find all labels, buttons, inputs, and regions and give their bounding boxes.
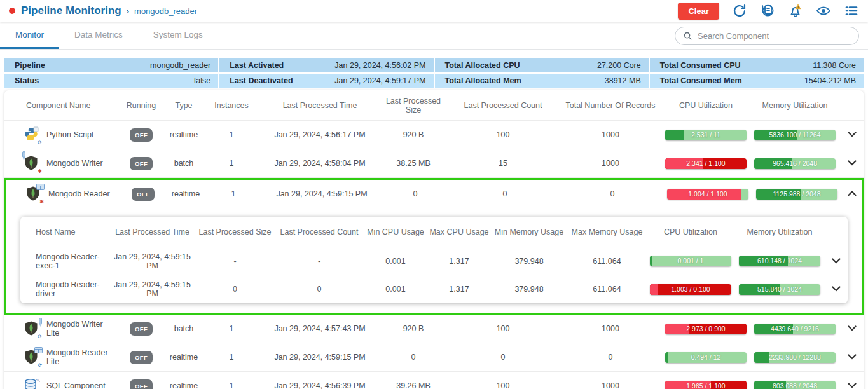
- type-cell: batch: [165, 159, 203, 168]
- mongodb-reader-lite-icon: ⟳: [24, 349, 40, 365]
- last-processed-size-cell: 0: [382, 189, 449, 198]
- collapse-chevron-up-icon[interactable]: [848, 191, 857, 196]
- cpu-utilization-bar: 2.531 / 11: [665, 130, 747, 140]
- component-name: Python Script: [46, 130, 93, 139]
- running-badge: OFF: [132, 188, 155, 201]
- col-running: Running: [118, 101, 165, 110]
- search-icon: [683, 31, 692, 41]
- expand-chevron-down-icon[interactable]: [832, 286, 841, 292]
- refresh-icon[interactable]: [732, 3, 747, 18]
- last-processed-time-cell: Jan 29, 2024, 4:56:39 PM: [260, 381, 380, 389]
- running-badge: OFF: [130, 128, 153, 142]
- type-cell: batch: [165, 324, 203, 333]
- cpu-utilization-bar: 1.965 / 1.100: [665, 381, 747, 389]
- clear-button[interactable]: Clear: [678, 3, 719, 20]
- script-badge-icon: ⟳: [38, 140, 42, 146]
- mongodb-reader-icon: ✱: [25, 186, 42, 202]
- cpu-utilization-bar: 0.494 / 12: [665, 352, 747, 363]
- summary-last-deactivated: Last Deactivated Jan 29, 2024, 4:59:17 P…: [219, 74, 433, 88]
- last-processed-count-cell: 100: [447, 381, 559, 389]
- summary-total-allocated-cpu: Total Allocated CPU 27.200 Core: [435, 58, 649, 72]
- tab-data-metrics[interactable]: Data Metrics: [59, 22, 138, 49]
- cpu-utilization-bar: 1.003 / 0.100: [650, 284, 731, 295]
- search-input[interactable]: [698, 31, 851, 41]
- expand-chevron-down-icon[interactable]: [848, 354, 857, 360]
- memory-utilization-bar: 803.088 / 2048: [754, 381, 836, 389]
- lite-badge-icon: ⟳: [38, 334, 42, 339]
- pipeline-summary: Pipeline mongodb_reader Last Activated J…: [4, 58, 864, 88]
- eye-icon[interactable]: [816, 3, 831, 18]
- min-cpu-cell: 0.001: [364, 257, 427, 266]
- summary-total-consumed-mem: Total Consumed Mem 15404.212 MB: [650, 74, 864, 88]
- lite-badge-icon: ⟳: [38, 363, 42, 368]
- col-min-memory-usage: Min Memory Usage: [491, 228, 567, 236]
- col-last-processed-count: Last Processed Count: [275, 228, 364, 236]
- last-processed-count-cell: 0: [447, 353, 559, 362]
- page-title[interactable]: Pipeline Monitoring: [21, 4, 121, 17]
- topbar: Pipeline Monitoring › mongodb_reader Cle…: [0, 0, 868, 22]
- host-table-header-row: Host Name Last Processed Time Last Proce…: [20, 217, 848, 247]
- total-records-cell: 1000: [559, 159, 662, 168]
- component-name: Mongodb Writer Lite: [46, 320, 118, 338]
- mongodb-writer-lite-icon: ⟳: [24, 320, 40, 337]
- summary-total-allocated-mem: Total Allocated Mem 38912 MB: [435, 74, 649, 88]
- memory-utilization-bar: 1125.988 / 2048: [756, 189, 837, 200]
- component-name: Mongodb Reader: [48, 189, 110, 198]
- expand-chevron-down-icon[interactable]: [848, 160, 857, 166]
- col-last-processed-size: Last Processed Size: [195, 228, 275, 236]
- last-processed-time-cell: Jan 29, 2024, 4:59:15 PM: [109, 280, 195, 298]
- svg-text:SQL: SQL: [36, 378, 41, 382]
- last-processed-time-cell: Jan 29, 2024, 4:57:43 PM: [260, 324, 380, 333]
- col-type: Type: [165, 101, 203, 110]
- running-badge: OFF: [130, 322, 153, 336]
- memory-utilization-bar: 4439.640 / 9216: [754, 324, 836, 334]
- list-menu-icon[interactable]: [844, 3, 859, 18]
- expand-chevron-down-icon[interactable]: [848, 383, 857, 388]
- tab-monitor[interactable]: Monitor: [0, 22, 59, 49]
- history-log-icon[interactable]: [760, 3, 775, 18]
- col-last-processed-time: Last Processed Time: [109, 228, 195, 236]
- last-processed-time-cell: Jan 29, 2024, 4:59:15 PM: [260, 353, 380, 362]
- col-last-processed-count: Last Processed Count: [447, 101, 559, 110]
- summary-pipeline: Pipeline mongodb_reader: [4, 58, 218, 72]
- instances-cell: 1: [205, 189, 262, 198]
- sql-icon: SQL: [24, 378, 40, 389]
- host-row: Mongodb Reader-exec-1 Jan 29, 2024, 4:59…: [20, 247, 848, 275]
- memory-utilization-bar: 515.840 / 1024: [739, 284, 820, 295]
- instances-cell: 1: [203, 381, 260, 389]
- expand-chevron-down-icon[interactable]: [832, 258, 841, 264]
- table-row: ⟳ Python Script OFF realtime 1 Jan 29, 2…: [4, 121, 864, 149]
- memory-utilization-bar: 2233.980 / 12288: [754, 352, 836, 363]
- memory-utilization-bar: 965.416 / 2048: [754, 158, 836, 169]
- last-processed-count-cell: 15: [447, 159, 559, 168]
- expand-chevron-down-icon[interactable]: [848, 132, 857, 137]
- component-name: Mongodb Writer: [46, 159, 103, 168]
- running-badge: OFF: [130, 157, 153, 170]
- pencil-badge-icon: [38, 318, 43, 329]
- expand-chevron-down-icon[interactable]: [848, 325, 857, 331]
- col-total-number-of-records: Total Number Of Records: [559, 101, 662, 110]
- summary-status: Status false: [4, 74, 218, 88]
- table-row: SQL SQL Component OFF realtime 1 Jan 29,…: [4, 372, 864, 389]
- selected-row-highlight: ✱ Mongodb Reader OFF realtime 1 Jan 29, …: [4, 178, 864, 315]
- component-name: Mongodb Reader Lite: [46, 348, 118, 366]
- search-box[interactable]: [675, 27, 859, 45]
- tab-system-logs[interactable]: System Logs: [138, 22, 218, 49]
- breadcrumb-separator-icon: ›: [127, 6, 129, 16]
- col-component-name: Component Name: [4, 101, 118, 110]
- table-row: ✱ Mongodb Reader OFF realtime 1 Jan 29, …: [6, 180, 862, 208]
- type-cell: realtime: [165, 381, 203, 389]
- gear-badge-icon: ✱: [38, 169, 42, 174]
- last-processed-size-cell: 38.25 MB: [380, 159, 447, 168]
- last-processed-time-cell: Jan 29, 2024, 4:58:04 PM: [260, 159, 380, 168]
- min-memory-cell: 379.948: [491, 285, 567, 294]
- last-processed-count-cell: 0: [275, 285, 364, 294]
- gear-badge-icon: ✱: [39, 200, 44, 205]
- table-header-row: Component Name Running Type Instances La…: [4, 90, 864, 121]
- min-memory-cell: 379.948: [491, 257, 567, 266]
- topbar-actions: Clear: [678, 3, 859, 20]
- total-records-cell: 1000: [559, 324, 662, 333]
- last-processed-size-cell: 0: [195, 285, 275, 294]
- notifications-bell-icon[interactable]: [788, 3, 803, 18]
- table-row: ✱ Mongodb Writer OFF batch 1 Jan 29, 202…: [4, 149, 864, 178]
